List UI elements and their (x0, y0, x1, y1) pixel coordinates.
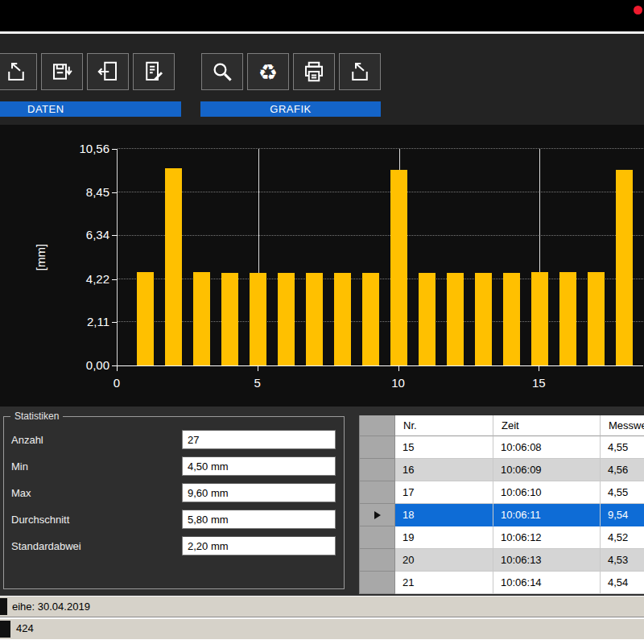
selected-row-arrow-icon (374, 511, 381, 519)
bar-9 (362, 273, 379, 365)
bar-15 (531, 272, 548, 365)
y-tick-mark (112, 322, 117, 323)
cell-col0-row21[interactable]: 21 (395, 572, 493, 594)
row-selector[interactable] (360, 436, 395, 459)
cell-col0-row17[interactable]: 17 (395, 481, 493, 504)
row-selector[interactable] (360, 572, 395, 594)
record-indicator-icon (634, 6, 642, 14)
row-selector[interactable] (360, 504, 395, 526)
measurement-table: Nr.ZeitMesswe 1510:06:084,551610:06:094,… (359, 415, 644, 594)
cell-col1-row15[interactable]: 10:06:08 (493, 436, 601, 459)
grid-corner-cell[interactable] (360, 415, 395, 436)
y-tick-label: 2,11 (58, 315, 109, 328)
bar-16 (559, 272, 576, 365)
row-selector[interactable] (360, 459, 395, 481)
cell-col1-row20[interactable]: 10:06:13 (493, 549, 601, 572)
series-date-text: eihe: 30.04.2019 (12, 597, 90, 617)
cell-col1-row16[interactable]: 10:06:09 (493, 459, 601, 481)
table-row-21[interactable]: 2110:06:144,54 (360, 572, 644, 594)
cell-col0-row16[interactable]: 16 (395, 459, 493, 481)
zoom-button[interactable] (201, 53, 243, 90)
bottom-panel: Statistiken AnzahlMinMaxDurchschnittStan… (0, 407, 644, 596)
cell-col2-row16[interactable]: 4,56 (601, 459, 644, 481)
statistics-fields: AnzahlMinMaxDurchschnittStandardabwei (4, 417, 344, 555)
stat-input-4[interactable] (182, 536, 336, 555)
y-tick-mark (112, 149, 117, 150)
import-icon (348, 60, 372, 84)
cell-col2-row18[interactable]: 9,54 (601, 504, 644, 526)
cell-col0-row18[interactable]: 18 (395, 504, 493, 526)
y-axis-label: [mm] (34, 240, 47, 275)
cell-col1-row21[interactable]: 10:06:14 (493, 572, 601, 594)
statusbar-counter: 424 (0, 618, 644, 639)
cell-col1-row18[interactable]: 10:06:11 (493, 504, 601, 526)
cell-col0-row19[interactable]: 19 (395, 526, 493, 549)
table-row-18[interactable]: 1810:06:119,54 (360, 504, 644, 526)
column-header-0[interactable]: Nr. (395, 415, 493, 436)
clipped-icon (0, 598, 7, 615)
cell-col2-row15[interactable]: 4,55 (601, 436, 644, 459)
report-button[interactable] (133, 53, 175, 90)
bar-11 (419, 273, 436, 365)
toolbar: ♻ DATEN GRAFIK (0, 34, 644, 125)
export-data-button[interactable] (87, 53, 129, 90)
row-selector[interactable] (360, 549, 395, 572)
column-header-1[interactable]: Zeit (493, 415, 601, 436)
cell-col1-row17[interactable]: 10:06:10 (493, 481, 601, 504)
stat-label-4: Standardabwei (11, 540, 182, 552)
y-tick-label: 10,56 (58, 142, 109, 155)
cell-col2-row20[interactable]: 4,53 (601, 549, 644, 572)
section-label-daten: DATEN (0, 101, 181, 117)
stat-input-1[interactable] (182, 456, 336, 476)
cell-col0-row15[interactable]: 15 (395, 436, 493, 459)
load-data-button[interactable] (0, 53, 37, 90)
bar-10 (390, 170, 407, 365)
bar-12 (447, 273, 464, 365)
print-button[interactable] (293, 53, 335, 90)
table-row-19[interactable]: 1910:06:124,52 (360, 526, 644, 549)
statistics-legend: Statistiken (10, 411, 63, 422)
row-selector[interactable] (360, 526, 395, 549)
statusbar-series: eihe: 30.04.2019 (0, 596, 644, 617)
bar-7 (306, 273, 323, 365)
x-tick-label: 15 (532, 376, 546, 390)
y-tick-label: 8,45 (58, 185, 109, 199)
bar-5 (250, 273, 266, 365)
cell-col0-row20[interactable]: 20 (395, 549, 493, 572)
save-data-button[interactable] (41, 53, 83, 90)
chart-plot-area (117, 149, 643, 366)
y-tick-label: 4,22 (58, 272, 109, 286)
y-tick-mark (112, 235, 117, 236)
stat-input-3[interactable] (182, 510, 336, 529)
stat-input-2[interactable] (182, 483, 336, 502)
y-tick-label: 6,34 (58, 228, 109, 242)
x-tick-label: 10 (391, 376, 405, 390)
y-tick-label: 0,00 (58, 358, 109, 372)
x-tick-mark (117, 366, 118, 371)
app-window: ♻ DATEN GRAFIK [mm] 0,002,114,226,348,45… (0, 0, 644, 644)
x-tick-mark (258, 366, 258, 371)
cell-col2-row21[interactable]: 4,54 (601, 572, 644, 594)
h-gridline (118, 235, 643, 236)
table-row-20[interactable]: 2010:06:134,53 (360, 549, 644, 572)
column-header-2[interactable]: Messwe (601, 415, 644, 436)
bar-14 (503, 273, 520, 365)
section-label-grafik: GRAFIK (200, 101, 381, 117)
export-graphic-button[interactable] (339, 53, 381, 90)
refresh-button[interactable]: ♻ (247, 53, 289, 90)
stat-input-0[interactable] (182, 430, 336, 449)
table-row-16[interactable]: 1610:06:094,56 (360, 459, 644, 481)
bar-4 (221, 273, 238, 365)
import-icon (4, 60, 28, 84)
bar-17 (588, 272, 605, 365)
table-row-15[interactable]: 1510:06:084,55 (360, 436, 644, 459)
bottom-margin (0, 639, 644, 644)
x-tick-mark (539, 366, 539, 371)
row-selector[interactable] (360, 481, 395, 504)
titlebar (0, 0, 644, 31)
cell-col2-row19[interactable]: 4,52 (601, 526, 644, 549)
cell-col2-row17[interactable]: 4,55 (601, 481, 644, 504)
cell-col1-row19[interactable]: 10:06:12 (493, 526, 601, 549)
table-row-17[interactable]: 1710:06:104,55 (360, 481, 644, 504)
y-tick-mark (112, 279, 117, 280)
